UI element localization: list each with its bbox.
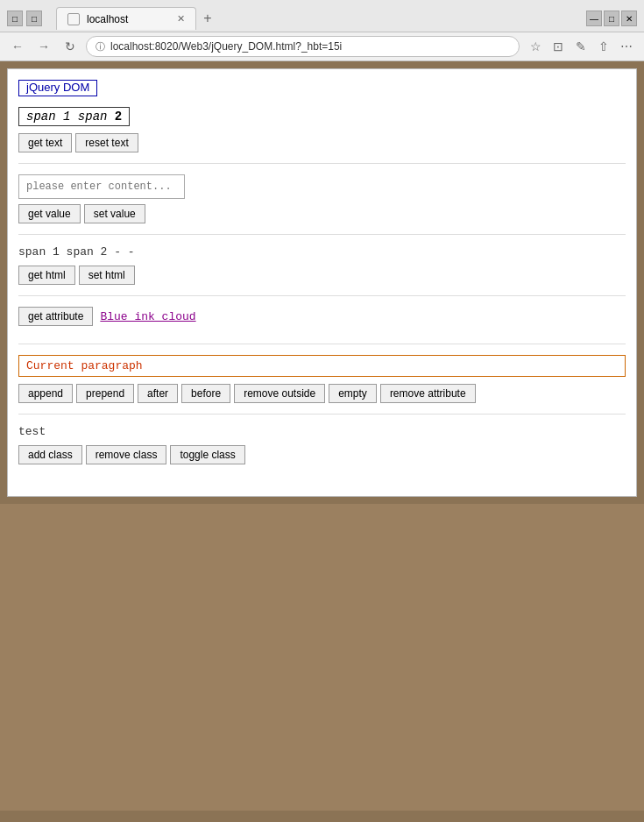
prepend-button[interactable]: prepend (76, 384, 134, 403)
get-value-button[interactable]: get value (18, 204, 81, 223)
url-text: localhost:8020/Web3/jQuery_DOM.html?_hbt… (110, 40, 510, 53)
reload-button[interactable]: ↻ (60, 36, 81, 57)
after-button[interactable]: after (138, 384, 178, 403)
lock-icon: ⓘ (96, 40, 105, 53)
value-section: get value set value (18, 174, 626, 235)
attr-section: get attribute Blue ink cloud (18, 307, 626, 344)
browser-background (0, 504, 644, 811)
tab-bar: localhost ✕ + (56, 7, 579, 30)
menu-button[interactable]: ⋯ (616, 36, 637, 57)
active-tab[interactable]: localhost ✕ (56, 7, 196, 30)
span-text-display: span 1 span 2 (18, 107, 130, 126)
minimize-button[interactable]: — (586, 11, 602, 26)
window-controls-left: □ □ (7, 11, 42, 26)
restore-button[interactable]: □ (7, 11, 23, 26)
span-text-2: span (70, 110, 114, 124)
browser-chrome: □ □ localhost ✕ + — □ ✕ ← → ↻ ⓘ localhos… (0, 0, 644, 61)
nav-bar: ← → ↻ ⓘ localhost:8020/Web3/jQuery_DOM.h… (0, 32, 644, 61)
address-bar[interactable]: ⓘ localhost:8020/Web3/jQuery_DOM.html?_h… (86, 36, 520, 57)
remove-outside-button[interactable]: remove outside (234, 384, 325, 403)
append-button[interactable]: append (18, 384, 73, 403)
toggle-class-button[interactable]: toggle class (170, 445, 244, 464)
remove-class-button[interactable]: remove class (86, 445, 167, 464)
add-class-button[interactable]: add class (18, 445, 82, 464)
test-text-display: test (18, 425, 626, 438)
set-value-button[interactable]: set value (84, 204, 145, 223)
current-paragraph-display: Current paragraph (18, 355, 626, 377)
content-input[interactable] (18, 174, 185, 199)
page-title: jQuery DOM (18, 80, 97, 96)
get-attribute-button[interactable]: get attribute (18, 307, 93, 326)
span-text-1: span (26, 110, 63, 124)
nav-actions: ☆ ⊡ ✎ ⇧ ⋯ (525, 36, 637, 57)
span-bold-2: 2 (115, 110, 122, 124)
tab-title: localhost (87, 13, 128, 25)
extensions-button[interactable]: ⊡ (548, 36, 569, 57)
profile-button[interactable]: ✎ (570, 36, 591, 57)
back-button[interactable]: ← (7, 36, 28, 57)
window-controls-right: — □ ✕ (586, 11, 637, 26)
html-buttons: get html set html (18, 266, 626, 285)
get-text-button[interactable]: get text (18, 133, 72, 152)
reset-text-button[interactable]: reset text (75, 133, 138, 152)
empty-button[interactable]: empty (329, 384, 377, 403)
dom-section: Current paragraph append prepend after b… (18, 355, 626, 415)
share-button[interactable]: ⇧ (593, 36, 614, 57)
tab-close-button[interactable]: ✕ (177, 13, 185, 25)
bookmark-star-button[interactable]: ☆ (525, 36, 546, 57)
close-button[interactable]: ✕ (621, 11, 637, 26)
maximize-button[interactable]: □ (604, 11, 619, 26)
class-section: test add class remove class toggle class (18, 425, 626, 475)
html-text-display: span 1 span 2 - - (18, 245, 626, 259)
text-buttons: get text reset text (18, 133, 626, 152)
tab-favicon (67, 13, 80, 25)
set-html-button[interactable]: set html (79, 266, 135, 285)
dom-buttons: append prepend after before remove outsi… (18, 384, 626, 403)
title-bar: □ □ localhost ✕ + — □ ✕ (0, 0, 644, 32)
html-section: span 1 span 2 - - get html set html (18, 245, 626, 296)
before-button[interactable]: before (181, 384, 230, 403)
new-tab-button[interactable]: + (196, 7, 219, 30)
duplicate-button[interactable]: □ (26, 11, 42, 26)
main-content: jQuery DOM span 1 span 2 get text reset … (7, 68, 637, 497)
attr-row: get attribute Blue ink cloud (18, 307, 626, 326)
forward-button[interactable]: → (33, 36, 54, 57)
get-html-button[interactable]: get html (18, 266, 75, 285)
blue-ink-link[interactable]: Blue ink cloud (100, 310, 195, 323)
value-buttons: get value set value (18, 204, 626, 223)
class-buttons: add class remove class toggle class (18, 445, 626, 464)
remove-attribute-button[interactable]: remove attribute (380, 384, 476, 403)
text-section: span 1 span 2 get text reset text (18, 107, 626, 164)
